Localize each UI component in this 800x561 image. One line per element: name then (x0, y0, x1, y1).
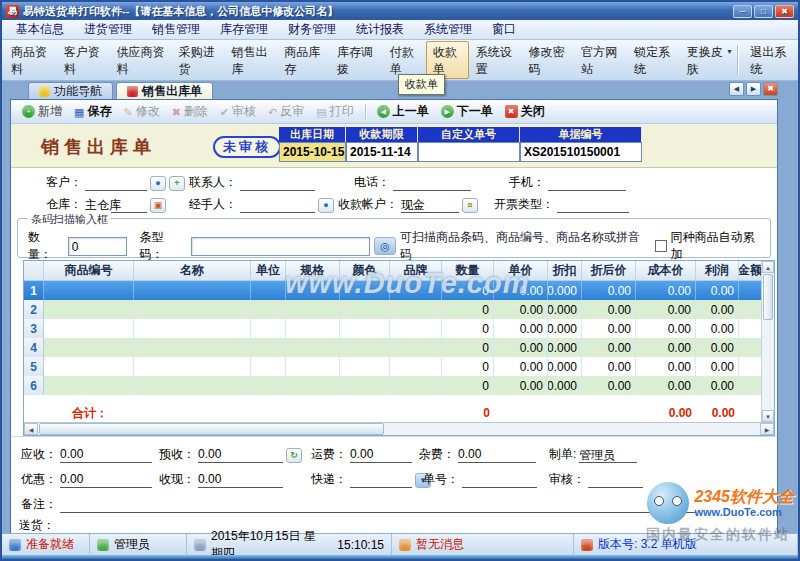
prepaid-field[interactable]: 0.00 (198, 447, 283, 463)
modify-button[interactable]: ✎修改 (118, 101, 164, 122)
doc-field-value[interactable]: 2015-10-15 (279, 142, 346, 162)
save-button[interactable]: ▦保存 (69, 101, 116, 122)
close-tab-icon[interactable]: ✖ (763, 82, 778, 96)
receivable-field[interactable]: 0.00 (60, 447, 152, 463)
table-cell: 0.00 (494, 319, 548, 338)
table-cell: 0.00 (582, 319, 636, 338)
table-row[interactable]: 100.000.0000.000.000.00 (24, 281, 761, 300)
official-website-button[interactable]: 官方网站 (574, 41, 627, 79)
h-scroll-thumb[interactable] (39, 423, 384, 435)
table-cell (134, 300, 251, 319)
warehouse-field[interactable]: 主仓库 (85, 197, 147, 213)
v-scroll-thumb[interactable] (763, 274, 773, 320)
delete-button[interactable]: ✖删除 (167, 101, 213, 122)
customer-add-icon[interactable]: + (169, 176, 185, 191)
supplier-info-button[interactable]: 供应商资料 (109, 41, 171, 79)
doc-field-label: 自定义单号 (418, 127, 520, 142)
new-button[interactable]: +新增 (17, 101, 67, 122)
delivery-field[interactable] (58, 518, 696, 534)
stock-button[interactable]: 商品库存 (277, 41, 330, 79)
accumulate-checkbox[interactable] (655, 240, 667, 252)
menu-item-5[interactable]: 统计报表 (346, 19, 414, 40)
freight-field[interactable]: 0.00 (350, 447, 412, 463)
table-cell (390, 281, 442, 300)
barcode-code-input[interactable] (191, 237, 370, 256)
account-select-icon[interactable]: ¤ (462, 198, 478, 213)
warehouse-select-icon[interactable]: ▣ (150, 198, 166, 213)
account-field[interactable]: 现金 (401, 197, 459, 213)
nav-tab-icon (39, 86, 50, 97)
vertical-scrollbar[interactable]: ▲ ▼ (761, 261, 774, 422)
scroll-right-icon[interactable]: ▶ (760, 423, 774, 435)
maximize-button[interactable]: □ (754, 5, 773, 18)
table-row[interactable]: 400.000.0000.000.000.00 (24, 338, 761, 357)
v-scroll-track[interactable] (762, 321, 774, 410)
stock-transfer-button[interactable]: 库存调拨 (330, 41, 383, 79)
menu-item-4[interactable]: 财务管理 (278, 19, 346, 40)
menu-item-1[interactable]: 进货管理 (74, 19, 142, 40)
table-row[interactable]: 300.000.0000.000.000.00 (24, 319, 761, 338)
express-field[interactable] (350, 472, 412, 488)
customer-info-button[interactable]: 客户资料 (57, 41, 110, 79)
mobile-field[interactable] (548, 175, 626, 191)
menu-item-2[interactable]: 销售管理 (142, 19, 210, 40)
table-row[interactable]: 500.000.0000.000.000.00 (24, 357, 761, 376)
prev-order-button[interactable]: ◀上一单 (372, 101, 434, 122)
lock-system-button[interactable]: 锁定系统 (627, 41, 680, 79)
refresh-prepaid-icon[interactable]: ↻ (286, 448, 302, 463)
status-version-text: 版本号: 3.2 单机版 (598, 536, 697, 553)
phone-field[interactable] (393, 175, 471, 191)
scroll-down-icon[interactable]: ▼ (762, 410, 774, 422)
menu-item-6[interactable]: 系统管理 (414, 19, 482, 40)
tracking-field[interactable] (462, 472, 537, 488)
sales-out-button[interactable]: 销售出库 (225, 41, 278, 79)
audit-button[interactable]: ✔审核 (215, 101, 261, 122)
toolbar-item-label: 退出系统 (750, 44, 789, 78)
scroll-left-icon[interactable]: ◀ (24, 423, 38, 435)
tooltip: 收款单 (398, 74, 445, 95)
horizontal-scrollbar[interactable]: ◀ ▶ (24, 422, 774, 435)
system-settings-button[interactable]: 系统设置 (469, 41, 522, 79)
handler-select-icon[interactable]: ● (318, 198, 334, 213)
change-skin-button[interactable]: 更换皮肤▾ (680, 41, 733, 79)
table-cell (134, 338, 251, 357)
doc-field-value[interactable]: XS201510150001 (520, 142, 642, 162)
scroll-up-icon[interactable]: ▲ (762, 261, 774, 273)
purchase-in-button[interactable]: 采购进货 (172, 41, 225, 79)
button-label: 反审 (280, 103, 304, 120)
customer-field[interactable] (85, 175, 147, 191)
customer-lookup-icon[interactable]: ● (150, 176, 166, 191)
next-order-button[interactable]: ▶下一单 (436, 101, 498, 122)
close-form-button[interactable]: ✖关闭 (500, 101, 550, 122)
unaudit-button[interactable]: ↶反审 (263, 101, 309, 122)
menu-item-7[interactable]: 窗口 (482, 19, 526, 40)
handler-field[interactable] (240, 197, 315, 213)
print-button[interactable]: ▤打印 (311, 101, 358, 122)
table-cell (390, 376, 442, 395)
menu-item-0[interactable]: 基本信息 (6, 19, 74, 40)
minimize-button[interactable]: ─ (733, 5, 752, 18)
discount-field[interactable]: 0.00 (60, 472, 152, 488)
menu-item-3[interactable]: 库存管理 (210, 19, 278, 40)
product-info-button[interactable]: 商品资料 (4, 41, 57, 79)
table-cell (286, 338, 340, 357)
exit-system-button[interactable]: 退出系统 (743, 41, 796, 79)
barcode-search-icon[interactable]: ◎ (374, 237, 396, 255)
doc-field-value[interactable] (418, 142, 520, 162)
barcode-qty-input[interactable]: 0 (68, 237, 128, 256)
tab-sales-order[interactable]: 销售出库单 (116, 82, 213, 99)
misc-fee-field[interactable]: 0.00 (458, 447, 536, 463)
scroll-right-icon[interactable]: ▶ (746, 82, 761, 96)
table-row[interactable]: 600.000.0000.000.000.00 (24, 376, 761, 395)
scroll-left-icon[interactable]: ◀ (729, 82, 744, 96)
contact-field[interactable] (240, 175, 315, 191)
close-button[interactable]: ✖ (775, 5, 794, 18)
tab-nav[interactable]: 功能导航 (28, 82, 113, 99)
table-row[interactable]: 200.000.0000.000.000.00 (24, 300, 761, 319)
table-cell (340, 376, 390, 395)
invoice-type-field[interactable] (557, 197, 629, 213)
doc-field-value[interactable]: 2015-11-14 (346, 142, 418, 162)
change-password-button[interactable]: 修改密码 (522, 41, 575, 79)
cash-field[interactable]: 0.00 (198, 472, 283, 488)
remark-field[interactable] (60, 497, 696, 513)
